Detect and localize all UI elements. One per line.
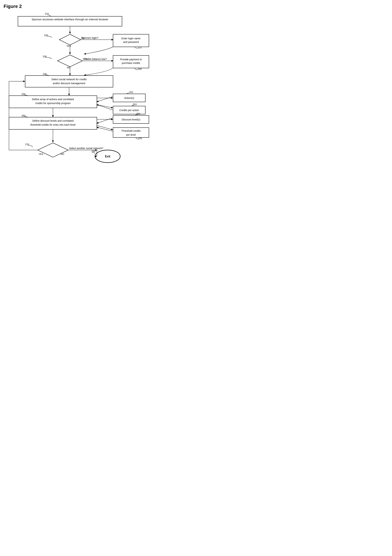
node-232-text1: Provide payment to [120,58,142,61]
figure-title: Figure 2 [4,4,158,9]
node-232-text2: purchase credits [122,62,140,64]
svg-marker-6 [57,55,83,67]
svg-rect-10 [25,76,113,87]
node-220-no: NO [81,37,85,39]
node-260-text1: Define discount levels and correlated [32,119,74,122]
node-222-text1: Enter login name [122,37,140,40]
node-222-label: 222 [138,46,142,49]
node-210-text-line1: Sponsor accesses website interface throu… [31,18,108,21]
node-253-text: Credits per action [119,109,139,112]
node-250-text1: Define array of actions and correlated [32,98,74,101]
node-220-yes: YES [66,45,71,47]
node-230-yes: YES [83,58,88,60]
svg-line-18 [97,97,113,102]
node-262-text: Discount level(s) [122,118,140,121]
node-210-label: 210 [45,12,49,15]
svg-marker-2 [59,34,81,45]
node-232-label: 232 [138,68,142,70]
node-270-text: Select another social network? [69,147,103,150]
node-263-text1: Threshold credits [121,129,140,132]
node-222-text2: and password [123,40,139,43]
node-263-text2: per level [126,133,136,136]
node-263-label: 263 [138,137,142,140]
node-280-label: 280 [92,150,95,153]
node-240-text2: and/or discount management [53,82,85,85]
svg-line-24 [97,118,113,123]
node-252-label: 252 [129,91,133,93]
node-252-text: Action(s) [124,97,134,100]
node-270-yes: YES [38,153,43,155]
node-280-text: Exit [105,155,110,158]
node-240-text1: Select social network for credits [52,78,87,81]
node-260-text2: threshold credits for entry into each le… [30,123,75,126]
node-270-no: NO [61,153,64,155]
node-250-text2: credits for sponsorship program [35,102,71,105]
